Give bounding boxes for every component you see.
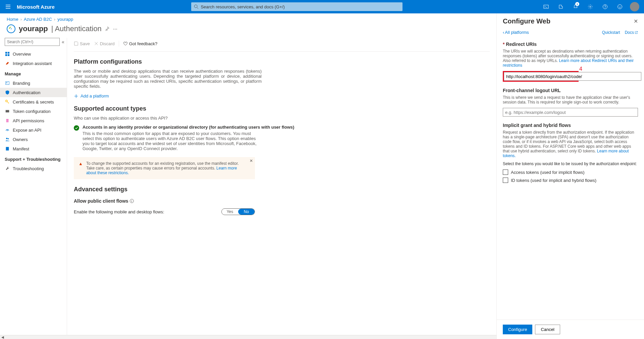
sidebar-item-label: Branding xyxy=(13,81,30,86)
sidebar-item-expose-api[interactable]: Expose an API xyxy=(0,125,67,135)
breadcrumb-b2c[interactable]: Azure AD B2C xyxy=(24,17,52,22)
sidebar-item-branding[interactable]: Branding xyxy=(0,78,67,88)
external-link-icon xyxy=(635,31,638,34)
svg-point-18 xyxy=(8,138,9,140)
chevron-right-icon: › xyxy=(54,17,55,22)
sidebar-item-label: Expose an API xyxy=(13,128,41,133)
sidebar-item-label: Overview xyxy=(13,52,31,57)
breadcrumb-app[interactable]: yourapp xyxy=(57,17,73,22)
close-icon[interactable]: ✕ xyxy=(250,158,253,163)
svg-text:?: ? xyxy=(604,5,606,9)
add-platform-label: Add a platform xyxy=(80,93,109,98)
cloud-shell-icon[interactable] xyxy=(539,0,553,13)
horizontal-scrollbar[interactable]: ◀ xyxy=(0,335,496,339)
toolbar-divider xyxy=(119,41,119,47)
all-platforms-link[interactable]: ‹All platforms xyxy=(503,30,529,35)
account-type-row: Accounts in any identity provider or org… xyxy=(74,125,490,151)
redirect-uris-label: * Redirect URIs xyxy=(503,42,638,47)
info-box: ✕ ▲ To change the supported accounts for… xyxy=(74,157,255,179)
sidebar-item-integration[interactable]: Integration assistant xyxy=(0,59,67,68)
account-avatar[interactable] xyxy=(628,0,641,13)
logout-url-desc: This is where we send a request to have … xyxy=(503,95,638,105)
expose-icon xyxy=(5,127,10,133)
sidebar-item-label: Owners xyxy=(13,137,28,142)
allow-public-label: Allow public client flowsi xyxy=(74,198,490,204)
platform-config-title: Platform configurations xyxy=(74,58,490,65)
configure-button[interactable]: Configure xyxy=(503,325,532,334)
logout-url-input[interactable] xyxy=(503,108,638,117)
add-platform-button[interactable]: Add a platform xyxy=(74,93,490,98)
hamburger-icon[interactable] xyxy=(3,4,13,9)
sidebar-item-certificates[interactable]: Certificates & secrets xyxy=(0,97,67,107)
app-icon xyxy=(7,24,15,33)
sidebar-item-authentication[interactable]: Authentication xyxy=(0,88,67,97)
feedback-label: Got feedback? xyxy=(129,41,158,46)
platform-config-text: The web or mobile and desktop applicatio… xyxy=(74,69,262,89)
feedback-button[interactable]: Got feedback? xyxy=(123,41,158,46)
notifications-icon[interactable]: 1 xyxy=(569,0,582,13)
cancel-button[interactable]: Cancel xyxy=(535,325,560,334)
sidebar-item-api-permissions[interactable]: API permissions xyxy=(0,116,67,125)
sidebar-item-manifest[interactable]: Manifest xyxy=(0,144,67,153)
sidebar-item-label: Token configuration xyxy=(13,109,51,114)
annotation-highlight: 4 xyxy=(503,71,579,82)
sidebar-item-troubleshooting[interactable]: Troubleshooting xyxy=(0,164,67,173)
sidebar-search-input[interactable] xyxy=(5,38,60,46)
sidebar: « Overview Integration assistant Manage … xyxy=(0,38,67,335)
sidebar-item-tokenconfig[interactable]: Token configuration xyxy=(0,107,67,116)
id-tokens-checkbox-row: ID tokens (used for implicit and hybrid … xyxy=(503,178,638,183)
global-search[interactable]: Search resources, services, and docs (G+… xyxy=(191,2,402,11)
id-tokens-checkbox[interactable] xyxy=(503,178,508,183)
discard-button[interactable]: Discard xyxy=(94,41,115,46)
info-icon[interactable]: i xyxy=(130,199,134,203)
page-title-app: yourapp xyxy=(19,24,48,33)
svg-point-2 xyxy=(590,6,591,7)
notification-badge: 1 xyxy=(575,2,579,6)
check-circle-icon xyxy=(74,125,79,131)
chevron-right-icon: › xyxy=(20,17,22,22)
access-tokens-checkbox-row: Access tokens (used for implicit flows) xyxy=(503,170,638,175)
search-icon xyxy=(194,4,199,9)
collapse-sidebar-icon[interactable]: « xyxy=(62,39,64,45)
public-client-toggle[interactable]: Yes No xyxy=(221,208,255,215)
sidebar-heading-support: Support + Troubleshooting xyxy=(0,153,67,164)
toggle-row: Enable the following mobile and desktop … xyxy=(74,208,255,215)
directory-icon[interactable] xyxy=(554,0,568,13)
more-icon[interactable]: ⋯ xyxy=(113,26,117,31)
feedback-icon[interactable] xyxy=(613,0,627,13)
sidebar-item-label: API permissions xyxy=(13,118,44,123)
sidebar-item-owners[interactable]: Owners xyxy=(0,135,67,144)
docs-link[interactable]: Docs xyxy=(625,30,638,35)
redirect-uris-desc: The URIs we will accept as destinations … xyxy=(503,49,638,68)
svg-rect-19 xyxy=(6,147,9,151)
svg-rect-11 xyxy=(8,54,9,56)
chevron-left-icon: ‹ xyxy=(503,30,504,35)
discard-label: Discard xyxy=(100,41,115,46)
quickstart-link[interactable]: Quickstart xyxy=(602,30,620,35)
help-icon[interactable]: ? xyxy=(598,0,612,13)
overview-icon xyxy=(5,51,10,57)
toggle-yes: Yes xyxy=(222,209,238,214)
wrench-icon xyxy=(5,166,10,171)
page-title-section: Authentication xyxy=(55,24,101,33)
close-panel-icon[interactable]: ✕ xyxy=(634,18,638,24)
settings-icon[interactable] xyxy=(584,0,597,13)
global-search-placeholder: Search resources, services, and docs (G+… xyxy=(201,4,284,9)
sidebar-item-label: Authentication xyxy=(13,90,40,95)
breadcrumb-home[interactable]: Home xyxy=(7,17,18,22)
implicit-grant-label: Implicit grant and hybrid flows xyxy=(503,123,638,128)
manifest-icon xyxy=(5,146,10,151)
sidebar-item-label: Integration assistant xyxy=(13,61,52,66)
save-button[interactable]: Save xyxy=(74,41,90,46)
scroll-left-icon[interactable]: ◀ xyxy=(0,335,5,339)
sidebar-item-overview[interactable]: Overview xyxy=(0,49,67,59)
svg-rect-12 xyxy=(6,82,9,85)
svg-rect-1 xyxy=(544,5,548,8)
access-tokens-checkbox[interactable] xyxy=(503,170,508,175)
svg-rect-8 xyxy=(5,52,7,54)
advanced-settings-title: Advanced settings xyxy=(74,186,490,193)
redirect-uri-input[interactable] xyxy=(504,72,641,81)
svg-point-5 xyxy=(618,5,622,9)
pin-icon[interactable] xyxy=(105,26,110,32)
svg-point-6 xyxy=(619,6,620,7)
